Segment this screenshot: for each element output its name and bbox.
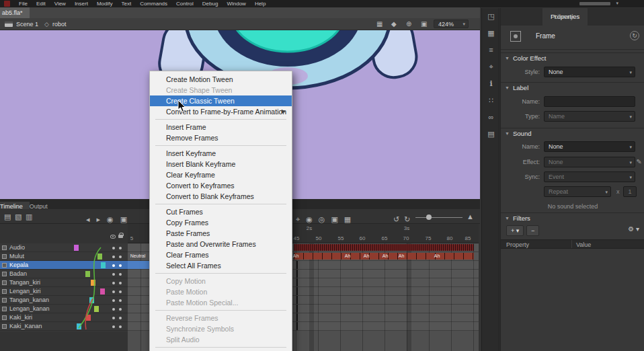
layer-row[interactable]: Kepala bbox=[0, 261, 128, 270]
menu-item[interactable]: Modify bbox=[97, 0, 113, 7]
context-menu-item[interactable]: Cut Frames▶ bbox=[150, 206, 292, 217]
menu-item[interactable]: Debug bbox=[202, 0, 218, 7]
add-filter-button[interactable]: + ▾ bbox=[506, 225, 524, 236]
menu-item[interactable]: Help bbox=[255, 0, 266, 7]
center-stage-icon[interactable]: ⊕ bbox=[406, 20, 411, 28]
layer-row[interactable]: Badan bbox=[0, 270, 128, 278]
section-color-effect[interactable]: ▼ Color Effect bbox=[501, 52, 644, 63]
section-sound[interactable]: ▼ Sound bbox=[501, 128, 644, 139]
layer-color-swatch[interactable] bbox=[77, 323, 81, 329]
context-menu-item[interactable]: Paste and Overwrite Frames▶ bbox=[150, 239, 292, 249]
context-menu-item[interactable]: Create Motion Tween▶ bbox=[150, 74, 292, 85]
layer-lock-dot[interactable] bbox=[119, 264, 122, 267]
context-menu-item[interactable]: ▶ bbox=[150, 117, 292, 122]
panel-options-icon[interactable]: ↻ bbox=[630, 31, 639, 40]
menu-item[interactable]: Commands bbox=[140, 0, 167, 7]
layer-visibility-dot[interactable] bbox=[112, 299, 115, 302]
layer-row[interactable]: Tangan_kanan bbox=[0, 296, 128, 305]
dock-panel-icon[interactable]: ▤ bbox=[482, 126, 500, 143]
filter-options-gear-icon[interactable]: ⚙ ▾ bbox=[628, 225, 639, 233]
style-select[interactable]: None bbox=[544, 67, 635, 77]
layer-visibility-dot[interactable] bbox=[112, 247, 115, 249]
sound-effect-select[interactable]: None bbox=[544, 157, 635, 167]
dock-panel-icon[interactable]: ⌖ bbox=[482, 58, 500, 75]
section-filters[interactable]: ▼ Filters bbox=[501, 212, 644, 223]
layer-row[interactable]: Mulut bbox=[0, 252, 128, 261]
layer-row[interactable]: Tangan_kiri bbox=[0, 278, 128, 287]
clip-content-icon[interactable]: ▣ bbox=[421, 20, 427, 28]
timeline-zoom-thumb[interactable] bbox=[426, 214, 432, 220]
layer-color-swatch[interactable] bbox=[97, 254, 102, 260]
zoom-select[interactable]: 424% bbox=[434, 20, 469, 28]
repeat-count-stepper[interactable]: 1 bbox=[623, 186, 637, 197]
dock-panel-icon[interactable]: ▦ bbox=[482, 25, 500, 42]
layer-row[interactable]: Kaki_kiri bbox=[0, 313, 128, 322]
layer-color-swatch[interactable] bbox=[74, 245, 79, 251]
context-menu-item[interactable]: Copy Motion▶ bbox=[150, 276, 292, 286]
menu-item[interactable]: File bbox=[19, 0, 28, 7]
context-menu-item[interactable]: Convert to Keyframes▶ bbox=[150, 180, 292, 191]
layer-row[interactable]: Lengan_kanan bbox=[0, 305, 128, 313]
layer-lock-dot[interactable] bbox=[119, 247, 122, 249]
layer-color-swatch[interactable] bbox=[100, 288, 105, 295]
menu-item[interactable]: View bbox=[54, 0, 66, 7]
layer-visibility-dot[interactable] bbox=[112, 290, 115, 293]
loop-playback-icon[interactable]: ↻ bbox=[404, 214, 410, 224]
timeline-zoom-slider[interactable] bbox=[415, 217, 462, 218]
layer-visibility-dot[interactable] bbox=[112, 256, 115, 258]
layer-lock-dot[interactable] bbox=[119, 282, 122, 284]
panel-tab[interactable]: Library bbox=[546, 8, 581, 26]
label-type-select[interactable]: Name bbox=[544, 111, 635, 122]
onion-skin-icon[interactable]: ▣ bbox=[331, 214, 337, 224]
context-menu-item[interactable]: Clear Frames▶ bbox=[150, 249, 292, 260]
layer-visibility-dot[interactable] bbox=[112, 273, 115, 276]
context-menu-item[interactable]: ▶ bbox=[150, 345, 292, 350]
timeline-view-icon[interactable]: ▸ bbox=[97, 214, 101, 224]
layer-color-swatch[interactable] bbox=[91, 280, 95, 286]
context-menu-item[interactable]: Synchronize Symbols▶ bbox=[150, 323, 292, 334]
context-menu-item[interactable]: Insert Frame▶ bbox=[150, 122, 292, 132]
layer-lock-dot[interactable] bbox=[119, 290, 122, 293]
layer-visibility-dot[interactable] bbox=[112, 325, 115, 328]
context-menu-item[interactable]: Paste Motion Special...▶ bbox=[150, 297, 292, 308]
layer-color-swatch[interactable] bbox=[94, 306, 99, 312]
breadcrumb-scene[interactable]: Scene 1 bbox=[16, 21, 38, 28]
layer-row[interactable]: Lengan_kiri bbox=[0, 287, 128, 296]
layer-color-swatch[interactable] bbox=[101, 262, 106, 268]
delete-layer-button[interactable]: ▥ bbox=[26, 212, 32, 221]
camera-icon[interactable]: ▦ bbox=[376, 20, 383, 28]
zoom-fit-icon[interactable]: ▲ bbox=[467, 212, 474, 221]
onion-skin-icon[interactable]: ◎ bbox=[319, 214, 325, 224]
context-menu-item[interactable]: Clear Keyframe▶ bbox=[150, 169, 292, 180]
layer-color-swatch[interactable] bbox=[86, 315, 91, 321]
context-menu-item[interactable]: ▶ bbox=[150, 202, 292, 206]
new-folder-button[interactable]: ▧ bbox=[15, 212, 22, 221]
timeline-view-icon[interactable]: ◂ bbox=[86, 214, 90, 224]
context-menu-item[interactable]: Insert Keyframe▶ bbox=[150, 148, 292, 159]
menu-item[interactable]: Control bbox=[176, 0, 194, 7]
layer-color-swatch[interactable] bbox=[89, 297, 94, 303]
context-menu-item[interactable]: Split Audio▶ bbox=[150, 334, 292, 345]
onion-skin-icon[interactable]: ▦ bbox=[344, 214, 351, 224]
menu-item[interactable]: Edit bbox=[36, 0, 46, 7]
timeline-view-icon[interactable]: ◉ bbox=[107, 214, 114, 224]
layer-visibility-dot[interactable] bbox=[112, 308, 115, 311]
layer-lock-dot[interactable] bbox=[119, 256, 122, 258]
remove-filter-button[interactable]: − bbox=[526, 225, 539, 236]
onion-skin-icon[interactable]: ◉ bbox=[306, 214, 313, 224]
onion-skin-icon[interactable]: ⌖ bbox=[296, 214, 300, 224]
dock-panel-icon[interactable]: ≡ bbox=[482, 42, 500, 58]
context-menu-item[interactable]: ▶ bbox=[150, 271, 292, 276]
layer-visibility-dot[interactable] bbox=[112, 264, 115, 267]
layer-lock-dot[interactable] bbox=[119, 273, 122, 276]
label-name-input[interactable] bbox=[544, 96, 635, 107]
dock-panel-icon[interactable]: ℹ bbox=[482, 75, 500, 92]
timeline-view-icon[interactable]: ▣ bbox=[120, 214, 127, 224]
context-menu-item[interactable]: Convert to Frame-by-Frame Animation▶ bbox=[150, 106, 292, 117]
layer-row[interactable]: Audio bbox=[0, 243, 128, 252]
breadcrumb-symbol[interactable]: robot bbox=[52, 21, 67, 28]
context-menu-item[interactable]: ▶ bbox=[150, 308, 292, 313]
layer-row[interactable]: Kaki_Kanan bbox=[0, 322, 128, 331]
menu-item[interactable]: Text bbox=[121, 0, 131, 7]
paint-bucket-icon[interactable]: ◆ bbox=[391, 20, 397, 28]
